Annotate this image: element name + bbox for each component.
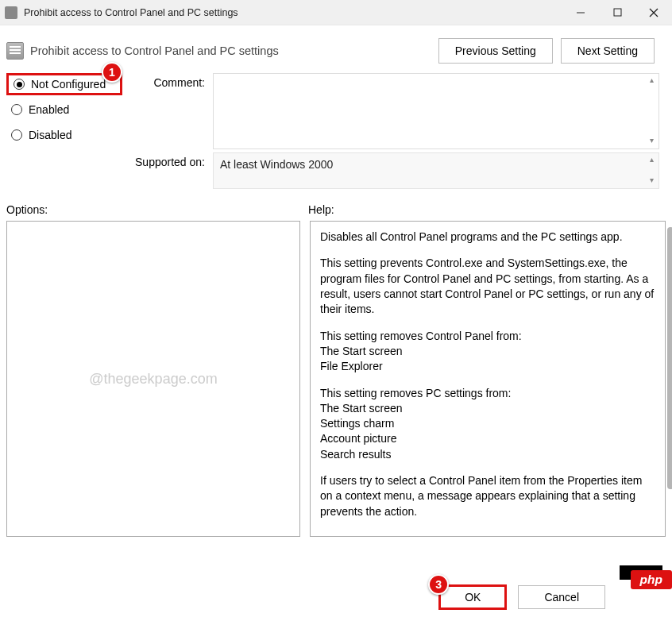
radio-icon	[14, 79, 25, 90]
radio-icon	[11, 104, 22, 115]
options-label: Options:	[6, 203, 308, 216]
comment-label: Comment:	[119, 73, 213, 149]
ok-button[interactable]: OK	[438, 584, 507, 610]
php-badge: php	[631, 570, 672, 589]
supported-text: At least Windows 2000	[220, 158, 333, 171]
minimize-button[interactable]	[562, 0, 599, 25]
titlebar: Prohibit access to Control Panel and PC …	[0, 0, 672, 25]
supported-label: Supported on:	[119, 152, 213, 189]
ok-wrap: 3 OK	[438, 584, 507, 610]
callout-1: 1	[102, 62, 122, 83]
radio-label: Not Configured	[31, 78, 106, 91]
policy-icon	[6, 42, 24, 60]
comment-textarea[interactable]: ▴ ▾	[213, 73, 659, 149]
scroll-up-icon[interactable]: ▴	[646, 75, 657, 87]
policy-header-row: Prohibit access to Control Panel and PC …	[0, 25, 672, 73]
help-paragraph: If users try to select a Control Panel i…	[320, 473, 655, 519]
state-and-comment: 1 Not Configured Enabled Disabled Commen…	[0, 73, 672, 149]
cancel-button[interactable]: Cancel	[518, 585, 605, 609]
comment-column: Comment: ▴ ▾	[119, 73, 672, 149]
previous-setting-button[interactable]: Previous Setting	[438, 38, 553, 64]
supported-row: Supported on: At least Windows 2000 ▴ ▾	[0, 152, 672, 189]
section-labels: Options: Help:	[0, 189, 672, 221]
scroll-down-icon[interactable]: ▾	[646, 176, 657, 187]
help-paragraph: Disables all Control Panel programs and …	[320, 230, 655, 245]
scroll-up-icon[interactable]: ▴	[646, 155, 657, 166]
policy-title: Prohibit access to Control Panel and PC …	[30, 44, 438, 57]
next-setting-button[interactable]: Next Setting	[561, 38, 655, 64]
supported-textbox: At least Windows 2000 ▴ ▾	[213, 152, 659, 189]
window-controls	[562, 0, 672, 25]
dialog-footer: 3 OK Cancel	[438, 584, 664, 610]
radio-label: Disabled	[29, 129, 71, 141]
app-icon	[5, 6, 17, 19]
window-title: Prohibit access to Control Panel and PC …	[24, 7, 562, 18]
nav-buttons: Previous Setting Next Setting	[438, 38, 655, 64]
radio-disabled[interactable]: Disabled	[6, 124, 119, 146]
radio-enabled[interactable]: Enabled	[6, 98, 119, 121]
help-paragraph: This setting removes Control Panel from:…	[320, 329, 655, 375]
watermark-text: @thegeekpage.com	[89, 371, 217, 388]
help-label: Help:	[308, 203, 334, 216]
options-box: @thegeekpage.com	[6, 221, 300, 537]
content-boxes: @thegeekpage.com Disables all Control Pa…	[0, 221, 672, 537]
maximize-button[interactable]	[599, 0, 635, 25]
radio-icon	[11, 129, 22, 141]
help-box[interactable]: Disables all Control Panel programs and …	[310, 221, 666, 537]
close-button[interactable]	[635, 0, 672, 25]
scroll-down-icon[interactable]: ▾	[646, 136, 657, 147]
svg-rect-1	[614, 9, 621, 16]
radio-label: Enabled	[29, 103, 69, 116]
callout-3: 3	[428, 574, 449, 595]
supported-column: Supported on: At least Windows 2000 ▴ ▾	[119, 152, 672, 189]
help-paragraph: This setting removes PC settings from: T…	[320, 386, 655, 463]
state-radio-group: 1 Not Configured Enabled Disabled	[0, 73, 119, 149]
help-paragraph: This setting prevents Control.exe and Sy…	[320, 256, 655, 317]
scrollbar[interactable]	[667, 227, 672, 489]
